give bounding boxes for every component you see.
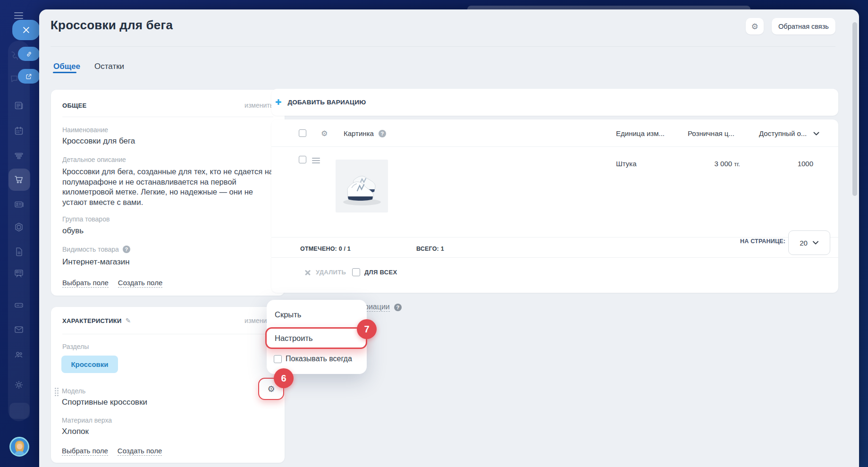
select-all-checkbox[interactable] bbox=[299, 129, 306, 137]
general-card: ОБЩЕЕ изменить Наименование Кроссовки дл… bbox=[51, 90, 285, 296]
calendar-icon[interactable] bbox=[14, 126, 24, 136]
panel-settings-button[interactable]: ⚙ bbox=[746, 18, 764, 34]
document-icon[interactable] bbox=[14, 246, 24, 257]
field-value: Хлопок bbox=[62, 427, 89, 436]
delete-label: УДАЛИТЬ bbox=[316, 269, 346, 276]
copy-link-button[interactable] bbox=[18, 47, 40, 61]
show-always-label: Показывать всегда bbox=[286, 355, 352, 363]
tutorial-badge-6: 6 bbox=[274, 368, 294, 388]
field-value: Интернет-магазин bbox=[62, 257, 130, 267]
add-variation-card: ✚ ДОБАВИТЬ ВАРИАЦИЮ bbox=[271, 89, 838, 116]
external-link-icon bbox=[25, 73, 33, 80]
product-image[interactable] bbox=[336, 160, 388, 212]
menu-item-hide[interactable]: Скрыть bbox=[275, 310, 301, 319]
tab-stock[interactable]: Остатки bbox=[94, 62, 124, 71]
sidebar-extra-item bbox=[9, 403, 30, 419]
feedback-button[interactable]: Обратная связь bbox=[772, 18, 835, 34]
column-header[interactable]: Картинка bbox=[344, 129, 374, 137]
cart-icon[interactable] bbox=[14, 174, 24, 185]
funnel-icon[interactable] bbox=[14, 151, 24, 161]
presentation-icon[interactable] bbox=[14, 268, 24, 279]
settings-gear-icon[interactable] bbox=[14, 380, 24, 390]
characteristics-card: ХАРАКТЕРИСТИКИ ✎ изменить Разделы Кроссо… bbox=[51, 307, 285, 463]
field-label: Наименование bbox=[62, 126, 108, 134]
cell-unit: Штука bbox=[616, 160, 637, 168]
gear-icon: ⚙ bbox=[751, 22, 758, 31]
scrollbar[interactable] bbox=[852, 22, 857, 196]
help-icon[interactable]: ? bbox=[379, 130, 386, 137]
add-variation-label: ДОБАВИТЬ ВАРИАЦИЮ bbox=[287, 99, 366, 106]
for-all-checkbox[interactable] bbox=[352, 268, 360, 276]
plus-icon: ✚ bbox=[275, 98, 281, 107]
row-checkbox[interactable] bbox=[299, 156, 306, 163]
sections-label: Разделы bbox=[62, 343, 89, 350]
mail-icon[interactable] bbox=[14, 324, 24, 335]
field-label: Видимость товара bbox=[62, 246, 119, 253]
divider bbox=[62, 334, 273, 334]
news-icon[interactable] bbox=[14, 101, 24, 111]
link-icon bbox=[25, 50, 33, 58]
per-page-value: 20 bbox=[800, 239, 808, 247]
open-in-new-button[interactable] bbox=[18, 69, 40, 84]
avatar-image bbox=[11, 438, 28, 456]
per-page-select[interactable]: 20 bbox=[788, 230, 830, 255]
hexagon-icon[interactable] bbox=[14, 222, 24, 232]
pencil-icon[interactable]: ✎ bbox=[126, 317, 131, 324]
drive-icon[interactable] bbox=[14, 300, 24, 310]
sneaker-image bbox=[336, 160, 388, 212]
delete-x-icon bbox=[304, 269, 311, 276]
column-header[interactable]: Розничная ц... bbox=[688, 129, 734, 137]
tab-general[interactable]: Общее bbox=[53, 62, 80, 71]
contact-card-icon[interactable] bbox=[14, 199, 24, 210]
drag-handle-icon[interactable] bbox=[55, 388, 59, 395]
help-icon[interactable]: ? bbox=[394, 304, 402, 311]
divider bbox=[271, 146, 838, 147]
avatar[interactable] bbox=[9, 437, 29, 457]
active-tab-underline bbox=[53, 72, 76, 73]
divider bbox=[62, 117, 273, 117]
per-page-label: НА СТРАНИЦЕ: bbox=[740, 238, 785, 245]
checked-counter: ОТМЕЧЕНО: 0 / 1 bbox=[300, 246, 351, 252]
show-always-checkbox[interactable] bbox=[274, 355, 282, 363]
total-counter: ВСЕГО: 1 bbox=[416, 246, 444, 252]
menu-item-configure[interactable]: Настроить bbox=[275, 334, 313, 343]
field-value: Кроссовки для бега, созданные для тех, к… bbox=[62, 167, 276, 207]
field-value: Кроссовки для бега bbox=[62, 136, 135, 146]
header-divider bbox=[51, 46, 835, 47]
tutorial-badge-7: 7 bbox=[357, 319, 377, 339]
page-title: Кроссовки для бега bbox=[51, 18, 173, 33]
chevron-down-icon bbox=[812, 241, 819, 245]
close-slider-button[interactable] bbox=[12, 20, 40, 40]
table-settings-gear-icon[interactable]: ⚙ bbox=[321, 129, 328, 138]
general-edit-link[interactable]: изменить bbox=[244, 102, 273, 109]
variations-table-card: ⚙ Картинка ? Единица изм... Розничная ц.… bbox=[271, 119, 838, 293]
select-field-link[interactable]: Выбрать поле bbox=[62, 447, 108, 456]
field-value: Спортивные кроссовки bbox=[62, 398, 147, 407]
close-icon bbox=[23, 26, 30, 34]
cell-stock: 1000 bbox=[759, 160, 813, 168]
divider bbox=[271, 237, 838, 238]
chevron-down-icon[interactable] bbox=[813, 132, 819, 136]
field-label: Модель bbox=[62, 387, 85, 395]
field-label: Группа товаров bbox=[62, 215, 110, 223]
column-header[interactable]: Единица изм... bbox=[616, 129, 665, 137]
section-tag[interactable]: Кроссовки bbox=[61, 356, 118, 373]
row-drag-handle[interactable] bbox=[312, 158, 320, 165]
hidden-section-label-fragment[interactable]: риации bbox=[364, 303, 390, 312]
add-variation-button[interactable]: ✚ ДОБАВИТЬ ВАРИАЦИЮ bbox=[275, 89, 366, 116]
divider bbox=[271, 257, 838, 258]
for-all-label: ДЛЯ ВСЕХ bbox=[364, 269, 397, 276]
delete-button[interactable]: УДАЛИТЬ bbox=[304, 269, 346, 276]
field-label: Детальное описание bbox=[62, 156, 126, 163]
field-context-menu: Скрыть Настроить Показывать всегда bbox=[267, 300, 367, 374]
create-field-link[interactable]: Создать поле bbox=[118, 279, 162, 288]
help-icon[interactable]: ? bbox=[123, 246, 130, 253]
cell-price: 3 000 тг. bbox=[673, 160, 740, 168]
users-icon[interactable] bbox=[14, 349, 24, 360]
select-field-link[interactable]: Выбрать поле bbox=[62, 279, 109, 288]
field-label: Материал верха bbox=[62, 416, 112, 424]
gear-icon: ⚙ bbox=[267, 384, 275, 394]
create-field-link[interactable]: Создать поле bbox=[118, 447, 162, 456]
column-header[interactable]: Доступный о... bbox=[759, 129, 807, 137]
menu-item-configure-highlight: Настроить bbox=[265, 327, 367, 349]
